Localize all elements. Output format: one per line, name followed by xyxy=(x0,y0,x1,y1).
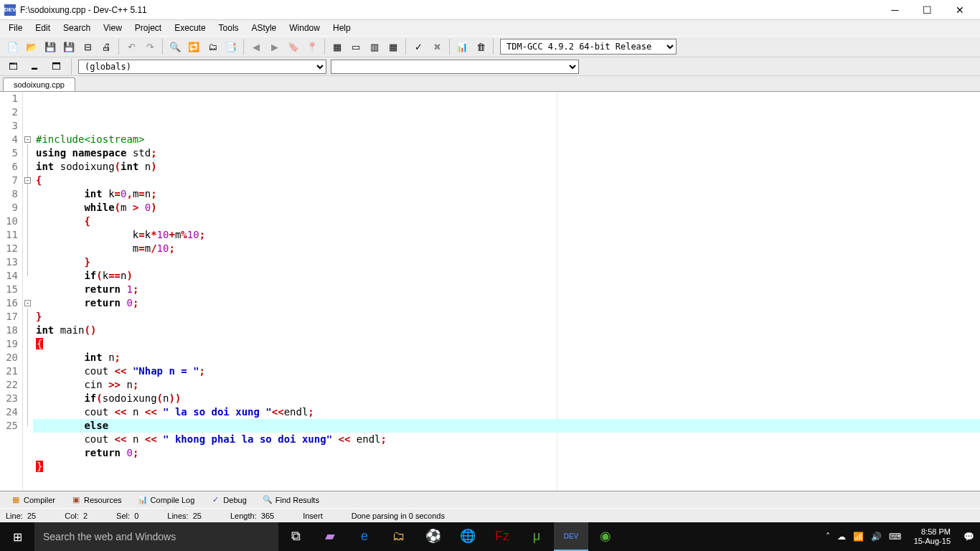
line-gutter: 1 2 3 4 5 6 7 8 9 10 11 12 13 14 15 16 1… xyxy=(0,92,23,491)
minimize-button[interactable]: ─ xyxy=(879,0,911,20)
devcpp-icon[interactable]: DEV xyxy=(554,522,588,551)
tab-compile-log[interactable]: 📊Compile Log xyxy=(130,492,203,508)
menu-window[interactable]: Window xyxy=(283,22,326,34)
back-icon[interactable]: ◀ xyxy=(248,38,265,55)
window-title: F:\sodoixung.cpp - Dev-C++ 5.11 xyxy=(20,5,879,15)
delete-profile-icon[interactable]: 🗑 xyxy=(472,38,489,55)
chrome-icon[interactable]: 🌐 xyxy=(451,522,485,551)
main-toolbar: 📄 📂 💾 💾 ⊟ 🖨 ↶ ↷ 🔍 🔁 🗂 📑 ◀ ▶ 🔖 📍 ▦ ▭ ▥ ▦ … xyxy=(0,36,980,57)
add-class-icon[interactable]: 🗕 xyxy=(26,59,43,75)
menu-execute[interactable]: Execute xyxy=(169,22,211,34)
status-parse: Done parsing in 0 seconds xyxy=(352,512,445,520)
compile-run-icon[interactable]: ▥ xyxy=(366,38,383,55)
title-bar: DEV F:\sodoixung.cpp - Dev-C++ 5.11 ─ ☐ … xyxy=(0,0,980,20)
menu-astyle[interactable]: AStyle xyxy=(246,22,283,34)
save-icon[interactable]: 💾 xyxy=(42,38,59,55)
tab-sodoixung[interactable]: sodoixung.cpp xyxy=(3,77,75,91)
new-file-icon[interactable]: 📄 xyxy=(4,38,22,55)
print-icon[interactable]: 🖨 xyxy=(98,38,115,55)
pes-icon[interactable]: ⚽ xyxy=(416,522,451,551)
notifications-icon[interactable]: 💬 xyxy=(963,532,974,542)
close-button[interactable]: ✕ xyxy=(943,0,976,20)
code-area[interactable]: #include<iostream> using namespace std; … xyxy=(33,92,980,491)
goto-icon[interactable]: 📑 xyxy=(222,38,240,55)
taskbar-clock[interactable]: 8:58 PM 15-Aug-15 xyxy=(908,527,956,546)
undo-icon[interactable]: ↶ xyxy=(123,38,140,55)
close-all-icon[interactable]: ⊟ xyxy=(79,38,96,55)
fold-icon[interactable]: - xyxy=(24,300,31,306)
fold-icon[interactable]: - xyxy=(24,136,31,143)
torrent2-icon[interactable]: ◉ xyxy=(588,522,623,551)
tab-debug[interactable]: ✓Debug xyxy=(202,492,254,508)
code-editor[interactable]: 1 2 3 4 5 6 7 8 9 10 11 12 13 14 15 16 1… xyxy=(0,92,980,491)
menu-bar: File Edit Search View Project Execute To… xyxy=(0,20,980,36)
status-lines: Lines: 25 xyxy=(167,512,202,520)
run-icon[interactable]: ▭ xyxy=(347,38,364,55)
onedrive-icon[interactable]: ☁ xyxy=(837,532,846,542)
find-in-files-icon[interactable]: 🗂 xyxy=(204,38,221,55)
find-icon[interactable]: 🔍 xyxy=(166,38,184,55)
visual-studio-icon[interactable]: ▰ xyxy=(313,522,347,551)
app-icon: DEV xyxy=(4,4,16,16)
compiler-select[interactable]: TDM-GCC 4.9.2 64-bit Release xyxy=(500,39,677,55)
wifi-icon[interactable]: 📶 xyxy=(853,532,864,542)
menu-project[interactable]: Project xyxy=(129,22,167,34)
start-button[interactable]: ⊞ xyxy=(0,522,34,551)
profile-icon[interactable]: 📊 xyxy=(453,38,471,55)
menu-tools[interactable]: Tools xyxy=(213,22,245,34)
task-view-icon[interactable]: ⧉ xyxy=(278,522,313,551)
debug-icon[interactable]: ✓ xyxy=(410,38,427,55)
status-bar: Line: 25 Col: 2 Sel: 0 Lines: 25 Length:… xyxy=(0,508,980,522)
menu-view[interactable]: View xyxy=(98,22,128,34)
windows-taskbar: ⊞ Search the web and Windows ⧉ ▰ e 🗂 ⚽ 🌐… xyxy=(0,522,980,551)
tab-find-results[interactable]: 🔍Find Results xyxy=(255,492,327,508)
bookmark-toggle-icon[interactable]: 🔖 xyxy=(285,38,302,55)
filezilla-icon[interactable]: Fz xyxy=(485,522,519,551)
class-list-icon[interactable]: 🗖 xyxy=(47,59,65,75)
globals-dropdown[interactable]: (globals) xyxy=(78,60,326,74)
forward-icon[interactable]: ▶ xyxy=(266,38,283,55)
tab-resources[interactable]: ▣Resources xyxy=(63,492,130,508)
menu-file[interactable]: File xyxy=(3,22,28,34)
utorrent-icon[interactable]: μ xyxy=(519,522,554,551)
menu-edit[interactable]: Edit xyxy=(29,22,56,34)
new-class-icon[interactable]: 🗔 xyxy=(4,59,22,75)
menu-search[interactable]: Search xyxy=(57,22,96,34)
tray-chevron-icon[interactable]: ˄ xyxy=(826,532,830,542)
status-sel: Sel: 0 xyxy=(116,512,138,520)
volume-icon[interactable]: 🔊 xyxy=(871,532,882,542)
replace-icon[interactable]: 🔁 xyxy=(185,38,202,55)
status-line: Line: 25 xyxy=(6,512,36,520)
keyboard-icon[interactable]: ⌨ xyxy=(889,532,901,542)
file-tabs: sodoixung.cpp xyxy=(0,76,980,92)
edge-icon[interactable]: e xyxy=(347,522,382,551)
maximize-button[interactable]: ☐ xyxy=(911,0,943,20)
members-dropdown[interactable] xyxy=(331,60,579,74)
taskbar-search[interactable]: Search the web and Windows xyxy=(34,522,278,551)
status-col: Col: 2 xyxy=(65,512,88,520)
status-length: Length: 365 xyxy=(230,512,274,520)
save-all-icon[interactable]: 💾 xyxy=(60,38,77,55)
menu-help[interactable]: Help xyxy=(327,22,357,34)
explorer-icon[interactable]: 🗂 xyxy=(382,522,416,551)
bookmark-goto-icon[interactable]: 📍 xyxy=(303,38,321,55)
status-mode: Insert xyxy=(303,512,323,520)
fold-icon[interactable]: - xyxy=(24,177,31,184)
fold-column: - - - xyxy=(23,92,33,491)
open-file-icon[interactable]: 📂 xyxy=(23,38,40,55)
stop-icon[interactable]: ✖ xyxy=(428,38,446,55)
redo-icon[interactable]: ↷ xyxy=(141,38,159,55)
system-tray: ˄ ☁ 📶 🔊 ⌨ 8:58 PM 15-Aug-15 💬 xyxy=(820,527,980,546)
rebuild-icon[interactable]: ▦ xyxy=(385,38,402,55)
bottom-panel-tabs: ▦Compiler ▣Resources 📊Compile Log ✓Debug… xyxy=(0,491,980,508)
tab-compiler[interactable]: ▦Compiler xyxy=(3,492,63,508)
compile-icon[interactable]: ▦ xyxy=(329,38,346,55)
context-toolbar: 🗔 🗕 🗖 (globals) xyxy=(0,57,980,76)
